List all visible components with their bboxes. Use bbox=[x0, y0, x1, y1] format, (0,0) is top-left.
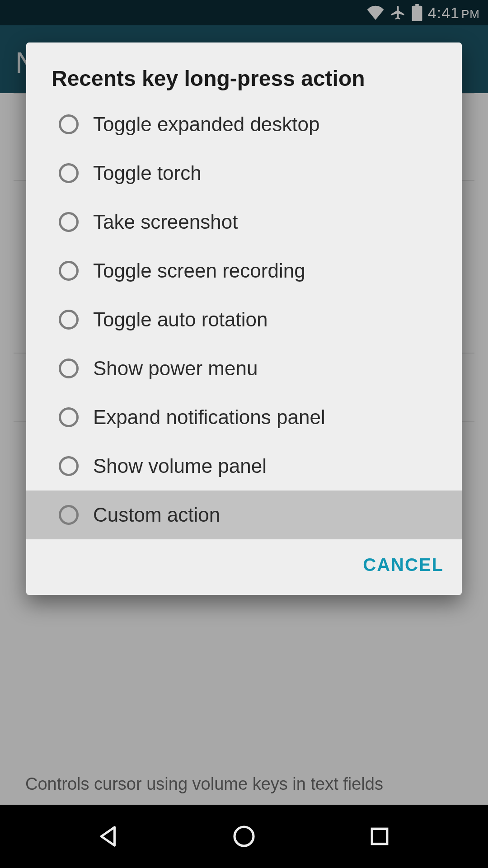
radio-icon bbox=[59, 114, 79, 134]
option-label: Toggle screen recording bbox=[93, 260, 305, 282]
dialog-option[interactable]: Toggle screen recording bbox=[26, 246, 462, 295]
navigation-bar bbox=[0, 805, 488, 868]
dialog-option[interactable]: Toggle torch bbox=[26, 149, 462, 198]
option-label: Toggle torch bbox=[93, 162, 202, 184]
svg-rect-3 bbox=[372, 829, 387, 844]
dialog-options-list: Toggle expanded desktopToggle torchTake … bbox=[26, 100, 462, 539]
nav-recents-button[interactable] bbox=[352, 825, 407, 848]
dialog-option[interactable]: Show power menu bbox=[26, 344, 462, 393]
dialog-actions: CANCEL bbox=[26, 539, 462, 595]
dialog-option[interactable]: Take screenshot bbox=[26, 198, 462, 246]
option-label: Show volume panel bbox=[93, 455, 267, 477]
radio-icon bbox=[59, 261, 79, 281]
radio-icon bbox=[59, 407, 79, 427]
svg-point-2 bbox=[235, 827, 253, 846]
nav-home-button[interactable] bbox=[217, 824, 271, 849]
dialog-title: Recents key long-press action bbox=[26, 42, 462, 100]
option-label: Toggle expanded desktop bbox=[93, 113, 320, 135]
dialog-option[interactable]: Toggle expanded desktop bbox=[26, 100, 462, 149]
option-label: Custom action bbox=[93, 504, 220, 526]
radio-icon bbox=[59, 310, 79, 330]
dialog-recents-long-press: Recents key long-press action Toggle exp… bbox=[26, 42, 462, 595]
radio-icon bbox=[59, 456, 79, 476]
radio-icon bbox=[59, 212, 79, 232]
option-label: Take screenshot bbox=[93, 211, 238, 233]
dialog-option[interactable]: Custom action bbox=[26, 491, 462, 539]
radio-icon bbox=[59, 505, 79, 525]
dialog-option[interactable]: Show volume panel bbox=[26, 442, 462, 491]
dialog-option[interactable]: Toggle auto rotation bbox=[26, 295, 462, 344]
option-label: Show power menu bbox=[93, 358, 258, 379]
option-label: Toggle auto rotation bbox=[93, 309, 268, 330]
dialog-option[interactable]: Expand notifications panel bbox=[26, 393, 462, 442]
radio-icon bbox=[59, 163, 79, 183]
nav-back-button[interactable] bbox=[81, 824, 136, 849]
cancel-button[interactable]: CANCEL bbox=[363, 555, 444, 575]
option-label: Expand notifications panel bbox=[93, 406, 325, 428]
radio-icon bbox=[59, 359, 79, 378]
